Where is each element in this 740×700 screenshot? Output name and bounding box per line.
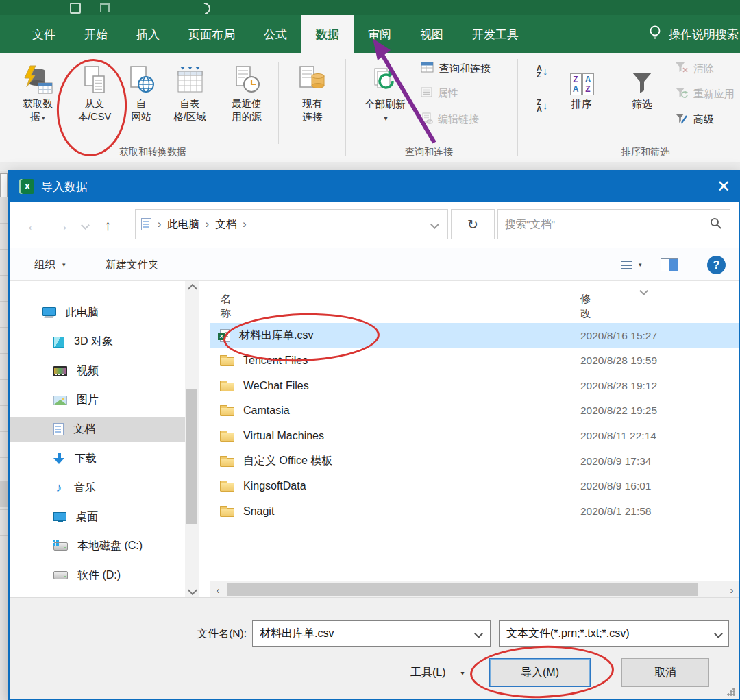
clear-funnel-icon [675, 62, 689, 75]
sort-label: 排序 [571, 97, 592, 110]
file-row-Virtual Machines[interactable]: Virtual Machines2020/8/11 22:14 [210, 423, 739, 448]
database-lightning-icon [22, 61, 53, 95]
filter-button[interactable]: 筛选 [621, 57, 663, 145]
horizontal-scroll-thumb[interactable] [227, 583, 698, 596]
new-folder-button[interactable]: 新建文件夹 [106, 248, 159, 281]
scroll-up-icon[interactable] [188, 284, 197, 293]
file-row-自定义 Office 模板[interactable]: 自定义 Office 模板2020/8/9 17:34 [210, 448, 739, 474]
column-sort-icon[interactable] [639, 287, 648, 295]
scroll-right-icon[interactable]: › [724, 584, 739, 596]
tab-视图[interactable]: 视图 [406, 15, 458, 53]
sidebar-item-视频[interactable]: 视频 [10, 359, 185, 383]
filename-combobox[interactable] [252, 620, 491, 647]
sidebar-scroll-thumb[interactable] [186, 389, 197, 524]
tell-me-assist[interactable]: 操作说明搜索 [648, 15, 740, 53]
file-row-Snagit[interactable]: Snagit2020/8/1 21:58 [210, 498, 739, 524]
existing-connections-button[interactable]: 现有 连接 [284, 57, 341, 145]
group-label-queries: 查询和连接 [347, 146, 511, 158]
queries-connections-item[interactable]: 查询和连接 [421, 62, 491, 75]
film-icon [53, 366, 67, 376]
sidebar-scrollbar[interactable] [185, 281, 199, 599]
advanced-filter-label: 高级 [693, 113, 714, 126]
file-row-KingsoftData[interactable]: KingsoftData2020/8/9 16:01 [210, 474, 739, 499]
dialog-toolbar: 组织 ▾ 新建文件夹 ▾ [10, 248, 739, 281]
help-icon [707, 256, 726, 274]
sidebar-item-文档[interactable]: 文档 [10, 417, 185, 442]
sidebar-item-图片[interactable]: 图片 [10, 388, 185, 413]
refresh-all-button[interactable]: 全部刷新▾ [354, 57, 417, 145]
advanced-filter-item[interactable]: 高级 [675, 112, 714, 127]
combo-dropdown-icon[interactable] [714, 629, 723, 638]
file-row-材料出库单.csv[interactable]: 材料出库单.csv2020/8/16 15:27 [210, 323, 739, 348]
column-name[interactable]: 名称 [221, 292, 232, 321]
recent-sources-button[interactable]: 最近使 用的源 [219, 57, 274, 145]
combo-dropdown-icon[interactable] [474, 629, 483, 638]
tab-文件[interactable]: 文件 [18, 15, 70, 53]
sidebar-item-软件 (D:)[interactable]: 软件 (D:) [10, 563, 185, 588]
organize-button[interactable]: 组织 ▾ [34, 248, 66, 281]
reapply-filter-item: 重新应用 [675, 87, 735, 101]
dialog-titlebar[interactable]: 导入数据 ✕ [10, 171, 739, 202]
file-name: Virtual Machines [243, 430, 324, 442]
help-button[interactable] [707, 248, 726, 281]
save-icon[interactable] [70, 3, 81, 14]
breadcrumb-dropdown-icon[interactable] [430, 220, 439, 229]
file-row-Tencent Files[interactable]: Tencent Files2020/8/28 19:59 [210, 348, 739, 374]
breadcrumb[interactable]: › 此电脑 › 文档 › [135, 209, 448, 239]
refresh-button[interactable]: ↻ [451, 209, 495, 239]
sort-dialog-icon: ZAAZ [570, 61, 594, 95]
preview-pane-button[interactable] [661, 248, 678, 281]
quick-access-icon[interactable] [100, 3, 110, 12]
sidebar-item-本地磁盘 (C:)[interactable]: 本地磁盘 (C:) [10, 534, 185, 559]
view-mode-button[interactable]: ▾ [621, 248, 642, 281]
from-web-button[interactable]: 自 网站 [122, 57, 160, 145]
breadcrumb-this-pc[interactable]: 此电脑 [167, 217, 199, 232]
sidebar-item-下载[interactable]: 下载 [10, 446, 185, 471]
breadcrumb-documents[interactable]: 文档 [215, 217, 236, 232]
from-table-range-button[interactable]: 自表 格/区域 [162, 57, 218, 145]
scroll-down-icon[interactable] [188, 586, 197, 595]
history-chevron-icon[interactable] [82, 202, 88, 248]
assist-label: 操作说明搜索 [669, 27, 739, 43]
tab-插入[interactable]: 插入 [122, 15, 174, 53]
tab-开发工具[interactable]: 开发工具 [458, 15, 533, 53]
sort-ascending-button[interactable]: AZ ↓ [536, 64, 547, 78]
search-icon[interactable] [710, 217, 722, 232]
tab-公式[interactable]: 公式 [249, 15, 301, 53]
tab-数据[interactable]: 数据 [301, 15, 354, 53]
resize-grip[interactable] [727, 688, 735, 696]
up-icon[interactable]: ↑ [104, 202, 112, 248]
redo-icon[interactable] [197, 1, 213, 17]
sort-descending-button[interactable]: ZA ↓ [536, 99, 547, 112]
file-row-WeChat Files[interactable]: WeChat Files2020/8/28 19:12 [210, 373, 739, 398]
group-label-get-transform: 获取和转换数据 [19, 146, 286, 158]
clock-file-icon [232, 61, 261, 95]
group-label-sort-filter: 排序和筛选 [560, 146, 731, 158]
cancel-button[interactable]: 取消 [621, 658, 709, 687]
search-box[interactable] [497, 209, 730, 239]
back-icon[interactable]: ← [26, 202, 40, 248]
sidebar-item-桌面[interactable]: 桌面 [10, 505, 185, 529]
search-input[interactable] [498, 218, 710, 230]
tools-dropdown[interactable]: 工具(L) ▾ [410, 658, 465, 687]
filename-input[interactable] [253, 627, 476, 640]
excel-titlebar [0, 0, 740, 15]
forward-icon[interactable]: → [55, 202, 69, 248]
tab-开始[interactable]: 开始 [70, 15, 122, 53]
horizontal-scrollbar[interactable]: ‹ › [210, 581, 739, 599]
sidebar-item-3D 对象[interactable]: 3D 对象 [10, 330, 185, 354]
get-data-button[interactable]: 获取数 据▾ [8, 57, 67, 145]
sort-button[interactable]: ZAAZ 排序 [561, 57, 602, 145]
sidebar-item-label: 3D 对象 [74, 335, 113, 349]
tab-审阅[interactable]: 审阅 [354, 15, 406, 53]
file-row-Camtasia[interactable]: Camtasia2020/8/22 19:25 [210, 398, 739, 424]
sidebar-item-此电脑[interactable]: 此电脑 [10, 300, 185, 325]
tab-页面布局[interactable]: 页面布局 [174, 15, 249, 53]
from-text-csv-button[interactable]: 从文 本/CSV [70, 57, 119, 145]
import-button[interactable]: 导入(M) [489, 658, 591, 687]
close-icon[interactable]: ✕ [708, 171, 739, 202]
filetype-select[interactable]: 文本文件(*.prn;*.txt;*.csv) [499, 620, 729, 647]
sidebar-item-label: 音乐 [74, 481, 96, 495]
scroll-left-icon[interactable]: ‹ [210, 584, 225, 596]
sidebar-item-音乐[interactable]: 音乐 [10, 476, 185, 500]
